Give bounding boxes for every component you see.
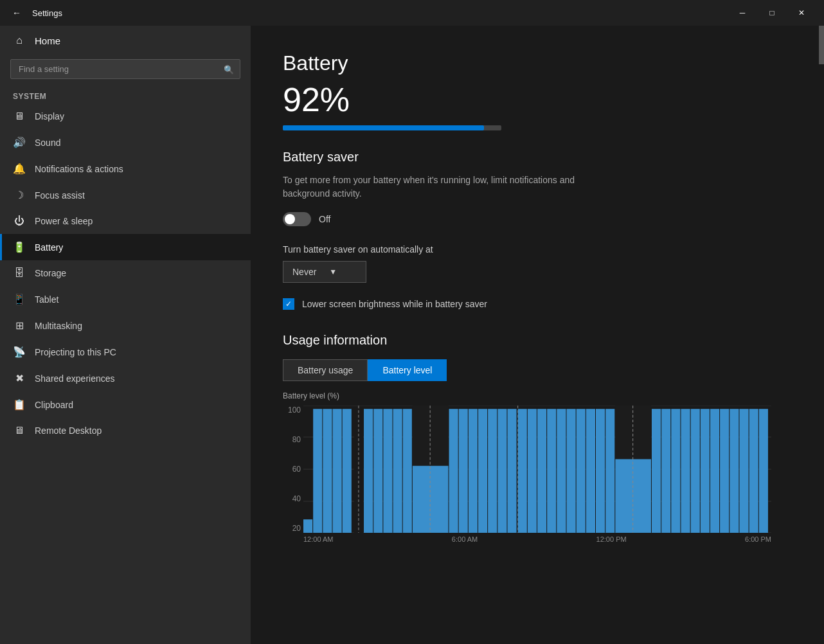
battery-icon: 🔋: [13, 241, 26, 253]
battery-saver-desc: To get more from your battery when it's …: [283, 174, 617, 201]
search-icon: 🔍: [224, 64, 234, 74]
main-content: Battery 92% Battery saver To get more fr…: [251, 26, 824, 644]
svg-rect-9: [343, 409, 352, 533]
search-input[interactable]: [10, 59, 240, 79]
sidebar-item-storage[interactable]: 🗄 Storage: [0, 260, 251, 286]
toggle-knob: [285, 214, 295, 224]
power-label: Power & sleep: [35, 216, 93, 226]
brightness-checkbox[interactable]: ✓: [283, 298, 294, 310]
svg-rect-30: [537, 409, 546, 533]
svg-rect-45: [691, 409, 700, 533]
battery-percent: 92%: [283, 80, 792, 119]
tablet-label: Tablet: [35, 294, 58, 305]
svg-rect-14: [383, 409, 392, 533]
sidebar-item-battery[interactable]: 🔋 Battery: [0, 234, 251, 260]
svg-rect-8: [333, 409, 342, 533]
svg-rect-6: [313, 409, 322, 533]
multitasking-icon: ⊞: [13, 319, 26, 332]
sidebar-item-display[interactable]: 🖥 Display: [0, 103, 251, 129]
svg-rect-43: [671, 409, 680, 533]
toggle-track: [283, 212, 311, 226]
x-label-midnight: 12:00 AM: [303, 535, 333, 547]
svg-rect-13: [373, 409, 382, 533]
y-label-40: 40: [283, 494, 301, 503]
svg-rect-26: [507, 409, 516, 533]
home-label: Home: [35, 35, 60, 46]
svg-rect-34: [577, 409, 586, 533]
svg-rect-17: [413, 406, 449, 466]
sidebar-item-notifications[interactable]: 🔔 Notifications & actions: [0, 156, 251, 182]
shared-label: Shared experiences: [35, 373, 115, 384]
shared-icon: ✖: [13, 372, 26, 384]
sidebar-item-multitasking[interactable]: ⊞ Multitasking: [0, 312, 251, 339]
clipboard-icon: 📋: [13, 398, 26, 411]
svg-rect-23: [478, 409, 487, 533]
chart-container: 100 80 60 40 20: [283, 406, 771, 547]
svg-rect-47: [710, 409, 719, 533]
svg-rect-12: [364, 409, 373, 533]
toggle-row: Off: [283, 212, 792, 226]
svg-rect-46: [701, 409, 710, 533]
sidebar-item-remote[interactable]: 🖥 Remote Desktop: [0, 418, 251, 443]
scrollbar-thumb[interactable]: [819, 26, 824, 64]
tab-row: Battery usage Battery level: [283, 359, 792, 381]
sidebar-item-projecting[interactable]: 📡 Projecting to this PC: [0, 339, 251, 365]
notifications-label: Notifications & actions: [35, 164, 123, 174]
svg-rect-20: [449, 409, 458, 533]
focus-icon: ☽: [13, 189, 26, 201]
svg-rect-28: [518, 409, 527, 533]
storage-label: Storage: [35, 268, 66, 278]
maximize-button[interactable]: □: [757, 0, 787, 26]
display-icon: 🖥: [13, 111, 26, 122]
usage-title: Usage information: [283, 333, 792, 348]
dropdown-value: Never: [292, 267, 316, 277]
sidebar-item-home[interactable]: ⌂ Home: [0, 26, 251, 55]
svg-rect-39: [615, 459, 651, 533]
x-label-6am: 6:00 AM: [452, 535, 478, 547]
app-title: Settings: [32, 8, 62, 18]
battery-saver-toggle[interactable]: [283, 212, 311, 226]
svg-rect-41: [652, 409, 661, 533]
svg-rect-21: [459, 409, 468, 533]
projecting-label: Projecting to this PC: [35, 347, 116, 357]
minimize-button[interactable]: ─: [728, 0, 757, 26]
svg-rect-37: [605, 409, 614, 533]
power-icon: ⏻: [13, 215, 26, 227]
checkbox-row: ✓ Lower screen brightness while in batte…: [283, 298, 792, 310]
sidebar-item-tablet[interactable]: 📱 Tablet: [0, 286, 251, 312]
svg-rect-44: [681, 409, 690, 533]
svg-rect-29: [528, 409, 537, 533]
window-controls: ─ □ ✕: [728, 0, 816, 26]
svg-rect-25: [497, 409, 506, 533]
toggle-label: Off: [319, 214, 330, 224]
tab-battery-usage[interactable]: Battery usage: [283, 359, 368, 381]
svg-rect-18: [413, 466, 449, 533]
battery-label: Battery: [35, 242, 63, 253]
search-container: 🔍: [10, 59, 240, 79]
multitasking-label: Multitasking: [35, 321, 82, 331]
sidebar-item-clipboard[interactable]: 📋 Clipboard: [0, 391, 251, 418]
svg-rect-31: [547, 409, 556, 533]
svg-rect-42: [661, 409, 670, 533]
y-label-60: 60: [283, 465, 301, 474]
svg-rect-50: [739, 409, 748, 533]
close-button[interactable]: ✕: [787, 0, 816, 26]
scrollbar-track[interactable]: [819, 26, 824, 644]
sound-icon: 🔊: [13, 136, 26, 148]
sidebar-item-focus[interactable]: ☽ Focus assist: [0, 182, 251, 208]
sidebar-item-shared[interactable]: ✖ Shared experiences: [0, 365, 251, 391]
tab-battery-level[interactable]: Battery level: [368, 359, 447, 381]
sound-label: Sound: [35, 138, 60, 148]
svg-rect-16: [403, 409, 412, 533]
svg-rect-48: [720, 409, 729, 533]
sidebar-item-power[interactable]: ⏻ Power & sleep: [0, 208, 251, 234]
home-icon: ⌂: [13, 35, 26, 46]
sidebar-item-sound[interactable]: 🔊 Sound: [0, 129, 251, 156]
auto-dropdown[interactable]: Never ▼: [283, 261, 366, 283]
svg-rect-5: [303, 519, 312, 533]
back-button[interactable]: ←: [8, 4, 26, 22]
x-axis: 12:00 AM 6:00 AM 12:00 PM 6:00 PM: [303, 533, 771, 547]
section-label: System: [0, 85, 251, 103]
svg-rect-38: [615, 406, 651, 459]
remote-icon: 🖥: [13, 425, 26, 436]
